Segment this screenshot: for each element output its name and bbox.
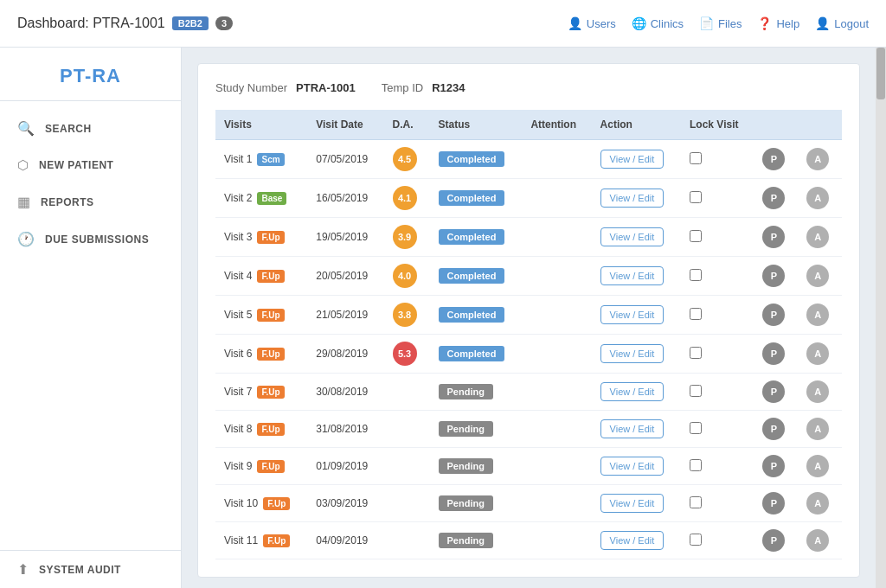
logout-nav-label: Logout bbox=[834, 17, 869, 30]
da-cell bbox=[384, 374, 430, 411]
lock-checkbox[interactable] bbox=[690, 347, 702, 359]
view-edit-button[interactable]: View / Edit bbox=[600, 189, 664, 208]
sidebar-item-system-audit[interactable]: ⬆ SYSTEM AUDIT bbox=[0, 551, 181, 588]
da-badge: 4.0 bbox=[393, 264, 417, 288]
a-button[interactable]: A bbox=[806, 455, 829, 477]
p-button[interactable]: P bbox=[762, 418, 785, 440]
attention-cell bbox=[522, 257, 591, 296]
sidebar-item-search[interactable]: 🔍 SEARCH bbox=[0, 110, 181, 147]
scrollbar-thumb[interactable] bbox=[876, 48, 885, 99]
lock-checkbox[interactable] bbox=[690, 385, 702, 397]
a-cell: A bbox=[798, 257, 842, 296]
p-button[interactable]: P bbox=[762, 380, 785, 403]
p-cell: P bbox=[754, 257, 798, 296]
files-nav-item[interactable]: 📄 Files bbox=[699, 16, 742, 30]
p-button[interactable]: P bbox=[762, 226, 785, 248]
p-button[interactable]: P bbox=[762, 187, 785, 209]
col-visit-date: Visit Date bbox=[307, 110, 383, 140]
a-button[interactable]: A bbox=[806, 304, 829, 326]
a-button[interactable]: A bbox=[806, 187, 829, 209]
users-nav-item[interactable]: 👤 Users bbox=[568, 16, 616, 30]
lock-checkbox[interactable] bbox=[690, 269, 702, 281]
p-button[interactable]: P bbox=[762, 148, 785, 170]
scrollbar[interactable] bbox=[876, 48, 886, 588]
lock-checkbox[interactable] bbox=[690, 422, 702, 434]
study-number-label: Study Number bbox=[215, 81, 287, 94]
action-cell: View / Edit bbox=[592, 485, 681, 522]
view-edit-button[interactable]: View / Edit bbox=[600, 344, 664, 363]
col-p bbox=[754, 110, 798, 140]
table-row: Visit 9 F.Up 01/09/2019PendingView / Edi… bbox=[215, 448, 842, 485]
lock-checkbox[interactable] bbox=[690, 230, 702, 242]
a-button[interactable]: A bbox=[806, 492, 829, 514]
a-button[interactable]: A bbox=[806, 265, 829, 287]
a-button[interactable]: A bbox=[806, 380, 829, 403]
col-lock-visit: Lock Visit bbox=[681, 110, 754, 140]
sidebar-item-reports[interactable]: ▦ REPORTS bbox=[0, 183, 181, 220]
a-button[interactable]: A bbox=[806, 226, 829, 248]
a-button[interactable]: A bbox=[806, 529, 829, 552]
lock-checkbox[interactable] bbox=[690, 308, 702, 320]
action-cell: View / Edit bbox=[592, 296, 681, 335]
da-badge: 3.8 bbox=[393, 303, 417, 327]
study-number-field: Study Number PTRA-1001 bbox=[215, 81, 356, 94]
p-button[interactable]: P bbox=[762, 265, 785, 287]
view-edit-button[interactable]: View / Edit bbox=[600, 457, 664, 476]
due-submissions-icon: 🕐 bbox=[17, 231, 35, 247]
table-row: Visit 6 F.Up 29/08/20195.3CompletedView … bbox=[215, 335, 842, 374]
visit-label: Visit 5 bbox=[224, 309, 252, 321]
sidebar-item-due-submissions[interactable]: 🕐 DUE SUBMISSIONS bbox=[0, 220, 181, 258]
visit-name: Visit 8 F.Up bbox=[224, 423, 299, 436]
a-cell: A bbox=[798, 411, 842, 448]
lock-checkbox[interactable] bbox=[690, 496, 702, 508]
action-cell: View / Edit bbox=[592, 335, 681, 374]
view-edit-button[interactable]: View / Edit bbox=[600, 305, 664, 324]
view-edit-button[interactable]: View / Edit bbox=[600, 419, 664, 438]
help-icon: ❓ bbox=[757, 16, 772, 30]
status-cell: Completed bbox=[430, 335, 523, 374]
lock-checkbox[interactable] bbox=[690, 459, 702, 471]
a-button[interactable]: A bbox=[806, 418, 829, 440]
da-badge: 4.1 bbox=[393, 186, 417, 210]
a-button[interactable]: A bbox=[806, 342, 829, 365]
view-edit-button[interactable]: View / Edit bbox=[600, 266, 664, 285]
p-cell: P bbox=[754, 140, 798, 179]
help-nav-item[interactable]: ❓ Help bbox=[757, 16, 799, 30]
sidebar: PT-RA 🔍 SEARCH ⬡ NEW PATIENT ▦ REPORTS 🕐… bbox=[0, 48, 182, 588]
view-edit-button[interactable]: View / Edit bbox=[600, 382, 664, 401]
sidebar-item-new-patient[interactable]: ⬡ NEW PATIENT bbox=[0, 147, 181, 183]
p-button[interactable]: P bbox=[762, 529, 785, 552]
lock-checkbox[interactable] bbox=[690, 152, 702, 164]
p-button[interactable]: P bbox=[762, 455, 785, 477]
visit-cell: Visit 4 F.Up bbox=[215, 257, 307, 296]
status-cell: Pending bbox=[430, 374, 523, 411]
lock-checkbox[interactable] bbox=[690, 191, 702, 203]
visit-label: Visit 6 bbox=[224, 348, 252, 360]
p-cell: P bbox=[754, 374, 798, 411]
a-button[interactable]: A bbox=[806, 148, 829, 170]
attention-cell bbox=[522, 179, 591, 218]
a-cell: A bbox=[798, 374, 842, 411]
visit-name: Visit 2 Base bbox=[224, 192, 299, 205]
col-da: D.A. bbox=[384, 110, 430, 140]
status-cell: Completed bbox=[430, 257, 523, 296]
content-area: Study Number PTRA-1001 Temp ID R1234 Vis… bbox=[182, 48, 876, 588]
p-button[interactable]: P bbox=[762, 304, 785, 326]
view-edit-button[interactable]: View / Edit bbox=[600, 531, 664, 550]
attention-cell bbox=[522, 218, 591, 257]
da-cell: 5.3 bbox=[384, 335, 430, 374]
view-edit-button[interactable]: View / Edit bbox=[600, 227, 664, 246]
p-button[interactable]: P bbox=[762, 342, 785, 365]
clinics-nav-item[interactable]: 🌐 Clinics bbox=[632, 16, 684, 30]
attention-cell bbox=[522, 296, 591, 335]
logout-nav-item[interactable]: 👤 Logout bbox=[815, 16, 869, 30]
view-edit-button[interactable]: View / Edit bbox=[600, 494, 664, 513]
view-edit-button[interactable]: View / Edit bbox=[600, 150, 664, 169]
visit-name: Visit 9 F.Up bbox=[224, 460, 299, 473]
visit-cell: Visit 5 F.Up bbox=[215, 296, 307, 335]
table-row: Visit 11 F.Up 04/09/2019PendingView / Ed… bbox=[215, 522, 842, 559]
dashboard-title: Dashboard: PTRA-1001 B2B2 3 bbox=[17, 16, 233, 31]
status-cell: Completed bbox=[430, 179, 523, 218]
lock-checkbox[interactable] bbox=[690, 534, 702, 546]
p-button[interactable]: P bbox=[762, 492, 785, 514]
